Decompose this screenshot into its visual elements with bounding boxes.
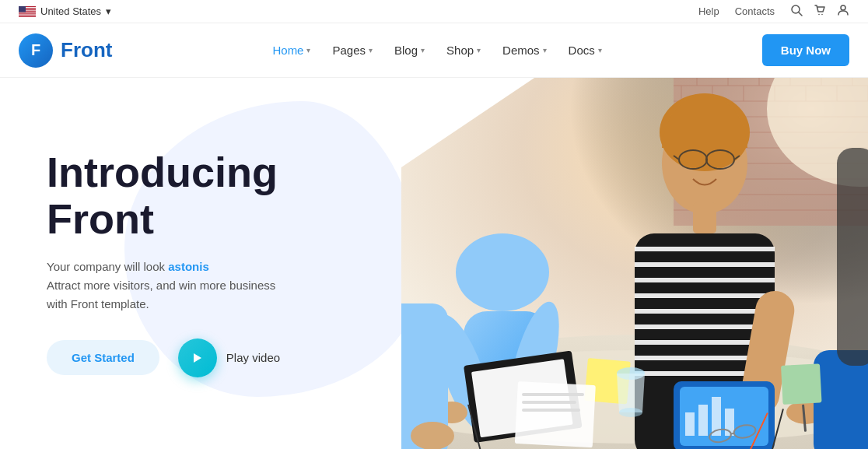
svg-rect-7 [19, 12, 36, 12]
hero-section: Introducing Front Your company will look… [0, 78, 868, 449]
hero-image-shape [401, 78, 868, 449]
svg-rect-85 [698, 405, 708, 436]
hero-actions: Get Started Play video [47, 339, 280, 377]
nav-pages[interactable]: Pages ▾ [332, 44, 373, 57]
top-bar-right: Help Contacts [698, 4, 849, 19]
svg-rect-88 [515, 381, 596, 447]
svg-rect-90 [522, 401, 576, 404]
nav-docs[interactable]: Docs ▾ [569, 44, 602, 57]
svg-rect-13 [19, 6, 26, 12]
svg-point-16 [818, 13, 820, 15]
nav-home[interactable]: Home ▾ [272, 44, 310, 57]
demos-chevron: ▾ [543, 46, 547, 54]
contacts-link[interactable]: Contacts [735, 5, 775, 17]
country-dropdown-arrow: ▾ [106, 5, 111, 17]
hero-title: Introducing Front [47, 149, 280, 242]
nav-shop[interactable]: Shop ▾ [446, 44, 481, 57]
svg-rect-92 [781, 363, 822, 405]
top-bar-icons [790, 4, 849, 19]
home-chevron: ▾ [306, 46, 310, 54]
country-selector[interactable]: United States ▾ [19, 5, 111, 17]
search-icon[interactable] [790, 4, 803, 19]
svg-point-17 [821, 13, 823, 15]
logo[interactable]: F Front [19, 33, 112, 68]
svg-line-15 [799, 12, 802, 16]
top-bar: United States ▾ Help Contacts [0, 0, 868, 23]
nav-links: Home ▾ Pages ▾ Blog ▾ Shop ▾ Demos ▾ Doc… [272, 44, 601, 57]
svg-point-81 [619, 408, 642, 417]
play-icon [178, 339, 217, 377]
play-video-label: Play video [226, 351, 280, 364]
svg-rect-56 [693, 202, 716, 233]
astonis-link[interactable]: astonis [168, 260, 209, 273]
nav-blog[interactable]: Blog ▾ [394, 44, 425, 57]
logo-text: Front [61, 38, 112, 62]
hero-description: Your company will look astonis Attract m… [47, 258, 280, 314]
svg-rect-12 [19, 16, 36, 16]
main-nav: F Front Home ▾ Pages ▾ Blog ▾ Shop ▾ Dem… [0, 23, 868, 78]
svg-rect-11 [19, 15, 36, 16]
logo-letter: F [31, 41, 40, 59]
get-started-button[interactable]: Get Started [47, 340, 159, 375]
cart-icon[interactable] [814, 4, 826, 19]
svg-rect-9 [19, 13, 36, 14]
svg-line-97 [731, 433, 734, 434]
svg-point-99 [411, 422, 454, 449]
shop-chevron: ▾ [477, 46, 481, 54]
logo-icon: F [19, 33, 53, 68]
hero-image [401, 78, 868, 449]
svg-rect-8 [19, 12, 36, 13]
buy-now-button[interactable]: Buy Now [762, 34, 849, 66]
svg-rect-100 [837, 148, 868, 366]
pages-chevron: ▾ [369, 46, 373, 54]
flag-icon [19, 6, 36, 17]
blog-chevron: ▾ [421, 46, 425, 54]
play-video-button[interactable]: Play video [178, 339, 280, 377]
svg-point-47 [456, 233, 549, 311]
svg-rect-10 [19, 14, 36, 15]
account-icon[interactable] [837, 4, 849, 19]
country-label: United States [40, 5, 101, 17]
svg-rect-91 [522, 409, 580, 412]
svg-point-18 [841, 5, 845, 10]
svg-rect-84 [685, 412, 695, 436]
docs-chevron: ▾ [598, 46, 602, 54]
nav-demos[interactable]: Demos ▾ [502, 44, 547, 57]
help-link[interactable]: Help [698, 5, 719, 17]
hero-content: Introducing Front Your company will look… [0, 149, 280, 377]
svg-rect-89 [522, 393, 584, 396]
